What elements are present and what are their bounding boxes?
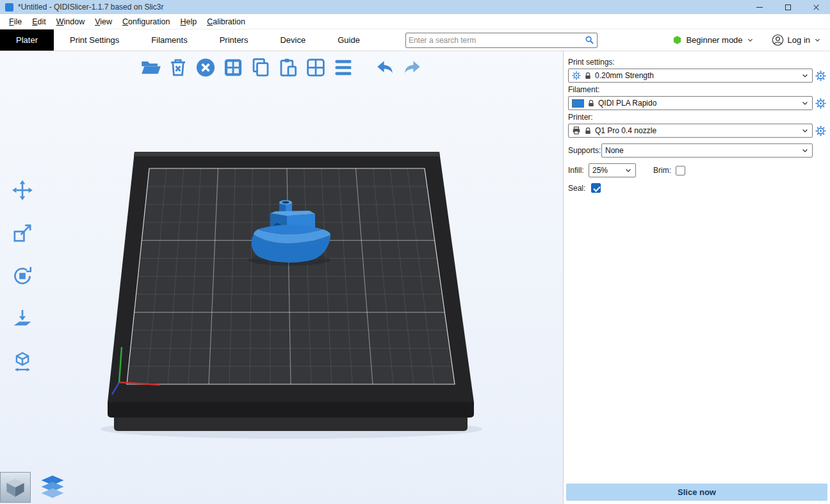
seal-label: Seal: xyxy=(568,184,585,193)
split-panes-icon xyxy=(305,57,327,78)
login-button[interactable]: Log in xyxy=(772,34,821,46)
view-3d-button[interactable] xyxy=(0,472,31,503)
viewport-3d-scene xyxy=(0,51,563,504)
maximize-icon xyxy=(785,4,791,10)
search-box xyxy=(405,33,598,48)
scale-tool-button[interactable] xyxy=(6,217,38,249)
view-layers-button[interactable] xyxy=(35,471,70,503)
printer-value: Q1 Pro 0.4 nozzle xyxy=(595,126,798,135)
slice-now-button[interactable]: Slice now xyxy=(566,484,827,501)
tab-device[interactable]: Device xyxy=(264,29,321,51)
model-benchy[interactable] xyxy=(248,200,330,266)
flatten-arrow-icon xyxy=(12,308,33,330)
mode-label: Beginner mode xyxy=(686,35,742,45)
tab-bar: Plater Print Settings Filaments Printers… xyxy=(0,29,830,51)
minimize-button[interactable] xyxy=(745,0,774,14)
chevron-down-icon xyxy=(624,167,632,174)
app-icon xyxy=(5,3,13,12)
infill-select[interactable]: 25% xyxy=(589,163,636,177)
paste-button[interactable] xyxy=(276,55,300,79)
search-input[interactable] xyxy=(409,36,585,45)
tab-print-settings[interactable]: Print Settings xyxy=(54,29,135,51)
undo-button[interactable] xyxy=(373,55,397,79)
close-icon xyxy=(813,4,820,11)
supports-select[interactable]: None xyxy=(601,143,813,158)
delete-all-button[interactable] xyxy=(193,55,218,79)
search-icon[interactable] xyxy=(585,35,594,45)
brim-checkbox[interactable] xyxy=(676,166,685,175)
rotate-icon xyxy=(12,265,33,287)
menu-edit[interactable]: Edit xyxy=(27,15,51,28)
rotate-tool-button[interactable] xyxy=(6,260,38,292)
printer-select[interactable]: Q1 Pro 0.4 nozzle xyxy=(568,124,813,138)
supports-label: Supports: xyxy=(568,146,601,155)
infill-label: Infill: xyxy=(568,166,589,175)
title-bar: *Untitled - QIDISlicer-1.1.7 based on Sl… xyxy=(0,0,830,14)
bed-origin-axes xyxy=(112,347,160,394)
filament-value: QIDI PLA Rapido xyxy=(598,99,798,108)
move-arrows-icon xyxy=(12,179,33,201)
arrange-button[interactable] xyxy=(221,55,245,79)
print-settings-gear-button[interactable] xyxy=(815,70,826,81)
lock-icon xyxy=(584,127,592,135)
filament-select[interactable]: QIDI PLA Rapido xyxy=(568,96,813,110)
open-project-button[interactable] xyxy=(138,55,163,79)
chevron-down-icon xyxy=(801,147,809,154)
tab-plater[interactable]: Plater xyxy=(0,29,54,51)
gear-icon xyxy=(572,71,581,80)
print-settings-value: 0.20mm Strength xyxy=(595,71,798,80)
print-bed xyxy=(108,152,474,402)
lock-icon xyxy=(584,72,592,80)
beginner-mode-icon xyxy=(672,35,682,45)
bed-base xyxy=(114,414,468,431)
supports-value: None xyxy=(605,146,798,155)
chevron-down-icon xyxy=(801,127,809,134)
x-axis xyxy=(119,382,160,385)
tab-printers[interactable]: Printers xyxy=(204,29,264,51)
menu-configuration[interactable]: Configuration xyxy=(117,15,175,28)
paste-icon xyxy=(278,57,299,78)
place-on-face-button[interactable] xyxy=(6,303,38,335)
chevron-down-icon xyxy=(801,99,809,107)
delete-button[interactable] xyxy=(166,55,190,79)
menu-bar: File Edit Window View Configuration Help… xyxy=(0,14,830,29)
close-button[interactable] xyxy=(802,0,830,14)
layer-lines-icon xyxy=(333,57,354,78)
maximize-button[interactable] xyxy=(774,0,802,14)
settings-panel: Print settings: 0.20mm Strength Filament… xyxy=(563,51,830,504)
printer-icon xyxy=(572,126,581,135)
chevron-down-icon xyxy=(747,37,754,44)
tab-filaments[interactable]: Filaments xyxy=(135,29,203,51)
print-settings-select[interactable]: 0.20mm Strength xyxy=(568,69,813,83)
redo-button[interactable] xyxy=(400,55,425,79)
mode-selector[interactable]: Beginner mode xyxy=(672,35,753,45)
menu-help[interactable]: Help xyxy=(175,15,202,28)
menu-calibration[interactable]: Calibration xyxy=(202,15,250,28)
chevron-down-icon xyxy=(814,37,821,44)
bed-surface xyxy=(127,168,455,384)
gizmo-toolbar xyxy=(6,174,38,378)
tab-guide[interactable]: Guide xyxy=(321,29,376,51)
split-objects-button[interactable] xyxy=(304,55,328,79)
filament-gear-button[interactable] xyxy=(815,98,826,109)
printer-label: Printer: xyxy=(568,113,826,122)
sliced-layers-icon xyxy=(38,474,67,500)
copy-button[interactable] xyxy=(248,55,273,79)
y-axis xyxy=(112,382,119,394)
menu-file[interactable]: File xyxy=(4,15,27,28)
menu-view[interactable]: View xyxy=(90,15,117,28)
minimize-icon xyxy=(756,7,763,8)
undo-arrow-icon xyxy=(375,57,396,78)
layer-height-button[interactable] xyxy=(331,55,355,79)
brim-label: Brim: xyxy=(653,166,671,175)
measure-tool-button[interactable] xyxy=(6,346,38,378)
seal-checkbox[interactable] xyxy=(591,183,601,193)
menu-window[interactable]: Window xyxy=(51,15,90,28)
printer-gear-button[interactable] xyxy=(815,126,826,136)
scale-icon xyxy=(12,222,33,244)
chevron-down-icon xyxy=(801,72,809,79)
z-axis xyxy=(119,347,122,382)
move-tool-button[interactable] xyxy=(6,174,38,206)
measure-cube-icon xyxy=(12,351,33,373)
user-avatar-icon xyxy=(772,34,784,46)
